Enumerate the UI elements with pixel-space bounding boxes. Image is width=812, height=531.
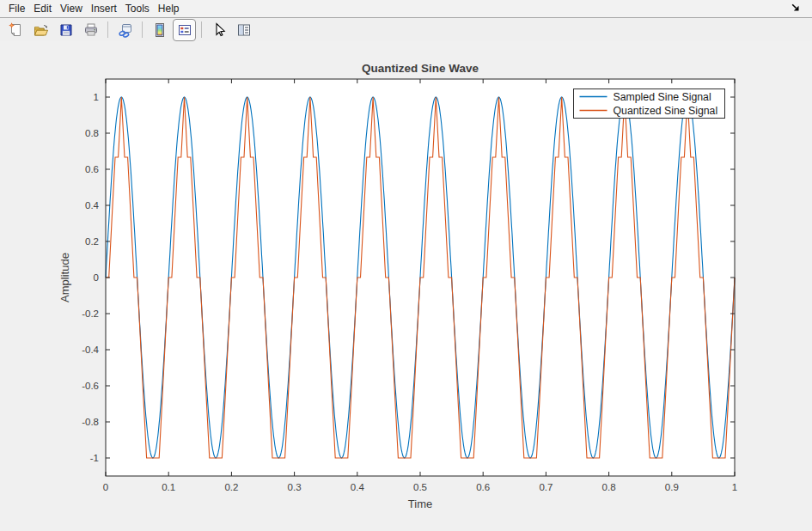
new-figure-icon [8,21,25,39]
toolbar-button-new-figure[interactable] [4,19,27,41]
print-figure-icon [82,21,100,39]
x-axis-label: Time [408,497,432,510]
y-axis-label: Amplitude [58,253,71,302]
figure-window: { "window": { "background": "#f0f0f0", "… [0,0,812,531]
menu-file[interactable]: File [4,0,29,17]
menu-edit[interactable]: Edit [29,0,56,17]
x-tick-label: 0.7 [539,482,553,492]
x-tick-label: 0.5 [413,482,427,492]
edit-plot-pointer-icon [211,21,228,39]
toolbar-button-open-plot-browser[interactable] [232,19,255,41]
toolbar-button-insert-legend[interactable] [173,19,196,41]
link-plot-icon [117,21,134,39]
insert-legend-icon [176,21,193,39]
save-figure-icon [58,21,75,39]
toolbar-separator [107,21,108,38]
open-file-icon [33,21,50,39]
x-tick-label: 0.4 [351,482,365,492]
x-tick-label: 0.1 [162,482,175,492]
x-tick-label: 0.6 [476,482,490,492]
figure-canvas: 00.10.20.30.40.50.60.70.80.91-1-0.8-0.6-… [0,41,812,531]
toolbar-button-print-figure[interactable] [79,19,102,41]
y-tick-label: 0 [94,272,99,283]
dock-figure-arrow-icon[interactable] [791,3,801,13]
x-tick-label: 0.3 [288,482,302,492]
x-tick-label: 0.9 [665,482,679,492]
menu-tools[interactable]: Tools [121,0,154,17]
menu-help[interactable]: Help [154,0,184,17]
figure-toolbar [0,18,812,42]
y-tick-label: -0.8 [82,417,99,427]
y-tick-label: -0.6 [82,381,99,391]
x-tick-label: 0 [103,482,108,492]
toolbar-button-link-plot[interactable] [113,19,137,41]
y-tick-label: -1 [90,453,99,463]
toolbar-separator [201,21,202,38]
plot-browser-icon [235,21,253,39]
toolbar-button-save-figure[interactable] [54,19,77,41]
y-tick-label: -0.4 [82,345,99,355]
menu-insert[interactable]: Insert [87,0,121,17]
toolbar-separator [142,21,143,38]
axes-plot: 00.10.20.30.40.50.60.70.80.91-1-0.8-0.6-… [0,41,812,531]
x-tick-label: 1 [732,482,737,492]
menu-bar: File Edit View Insert Tools Help [0,0,812,18]
toolbar-button-edit-plot[interactable] [207,19,230,41]
y-tick-label: 0.2 [85,236,99,247]
menu-view[interactable]: View [56,0,87,17]
x-tick-label: 0.8 [602,482,616,492]
x-tick-label: 0.2 [224,482,238,492]
y-tick-label: 0.8 [85,128,99,138]
legend-entry-label-1: Quantized Sine Signal [614,105,718,117]
toolbar-button-open-file[interactable] [29,19,52,41]
y-tick-label: 0.6 [85,164,99,174]
legend-entry-label-0: Sampled Sine Signal [614,91,711,103]
toolbar-button-insert-colorbar[interactable] [148,19,171,41]
y-tick-label: -0.2 [82,308,99,319]
plot-title: Quantized Sine Wave [362,62,479,75]
insert-colorbar-icon [151,21,168,39]
y-tick-label: 1 [94,92,99,102]
y-tick-label: 0.4 [85,200,100,211]
